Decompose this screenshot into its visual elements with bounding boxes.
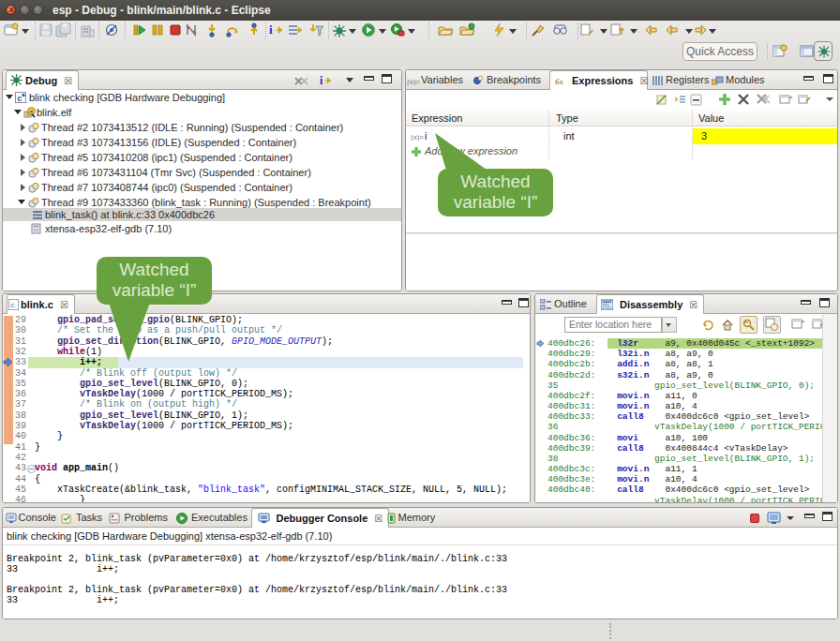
svg-text:(x)=: (x)= xyxy=(407,78,420,85)
svg-text:c: c xyxy=(10,301,15,309)
svg-text:i: i xyxy=(269,22,273,37)
svg-text:i: i xyxy=(320,74,323,87)
svg-text:6x: 6x xyxy=(555,77,564,86)
svg-text:c: c xyxy=(17,94,22,103)
